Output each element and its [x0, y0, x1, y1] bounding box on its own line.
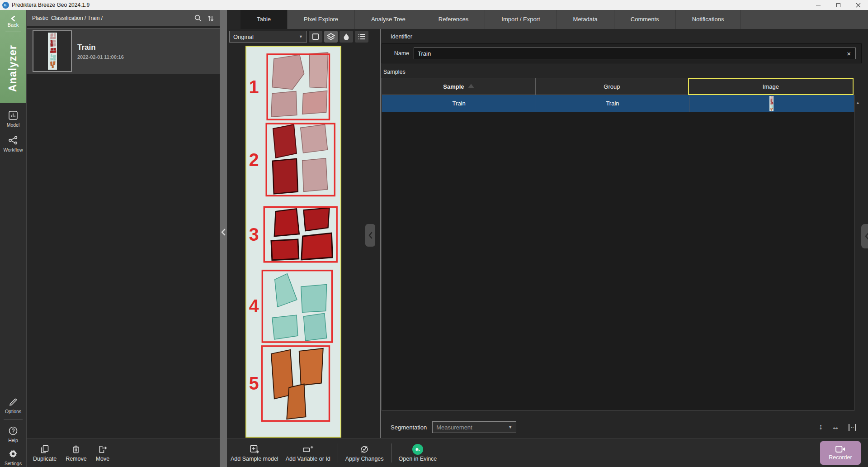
segmentation-select[interactable]: Measurement ▼: [432, 421, 516, 433]
clear-icon[interactable]: ×: [842, 50, 855, 57]
divider: [391, 443, 392, 462]
window-controls: [808, 0, 868, 10]
identifier-panel: Name Train ×: [382, 43, 862, 63]
resize-vertical-icon[interactable]: ↕: [819, 423, 823, 432]
file-item-title: Train: [77, 43, 124, 52]
column-header-group[interactable]: Group: [535, 78, 689, 95]
tab-analyse-tree[interactable]: Analyse Tree: [355, 10, 422, 29]
move-button[interactable]: Move: [96, 444, 110, 462]
help-circle-icon: [8, 425, 19, 436]
sidebar-item-options[interactable]: Options: [0, 396, 26, 414]
samples-table-header: Sample Group Image: [382, 78, 854, 95]
tab-import-export[interactable]: Import / Export: [485, 10, 557, 29]
tab-bar: Table Pixel Explore Analyse Tree Referen…: [227, 10, 868, 29]
add-sample-model-button[interactable]: Add Sample model: [231, 444, 278, 462]
add-sample-model-icon: [249, 444, 260, 455]
sidebar-item-settings[interactable]: Settings: [0, 448, 26, 466]
cell-group: Train: [536, 95, 689, 112]
apply-changes-label: Apply Changes: [345, 456, 384, 462]
sidebar-item-model[interactable]: Model: [0, 110, 26, 128]
tab-table[interactable]: Table: [241, 10, 288, 29]
sort-icon[interactable]: [207, 14, 214, 22]
chevron-down-icon: ▼: [299, 34, 303, 39]
hyperspectral-image[interactable]: 1 2 3 4 5: [245, 46, 341, 438]
region-number: 3: [249, 224, 259, 244]
sidebar-item-help[interactable]: Help: [0, 425, 26, 443]
divider: [338, 443, 338, 462]
title-bar: b. Prediktera Breeze Geo 2024.1.9: [0, 0, 868, 10]
list-icon: [358, 33, 366, 40]
tab-notifications[interactable]: Notifications: [676, 10, 741, 29]
gear-icon: [8, 448, 19, 459]
application-window: b. Prediktera Breeze Geo 2024.1.9 Back A…: [0, 0, 868, 467]
list-button[interactable]: [355, 31, 368, 43]
strip-thumbnail-image: [48, 33, 57, 70]
close-button[interactable]: [848, 0, 868, 10]
chevron-left-icon: [10, 15, 16, 22]
samples-table-empty-area: [382, 112, 854, 411]
tab-bar-filler: [741, 10, 868, 29]
resize-columns-icon[interactable]: ··: [849, 424, 856, 431]
collapse-viewer-handle[interactable]: [365, 224, 375, 247]
file-panel-header: Plastic_Classification / Train /: [27, 10, 220, 26]
add-variable-icon: [302, 444, 314, 455]
segmentation-row: Segmentation Measurement ▼ ↕ ↔ ··: [381, 416, 868, 438]
apply-changes-icon: [359, 444, 370, 455]
contrast-drop-button[interactable]: [340, 31, 353, 43]
tab-pixel-explore[interactable]: Pixel Explore: [288, 10, 355, 29]
layer-select-value: Original: [233, 33, 299, 40]
remove-button[interactable]: Remove: [66, 444, 87, 462]
region-number: 2: [249, 150, 259, 170]
name-input[interactable]: Train ×: [414, 48, 856, 59]
add-variable-button[interactable]: Add Variable or Id: [286, 444, 330, 462]
region-number: 1: [249, 76, 259, 96]
layers-icon: [326, 33, 335, 41]
model-chart-icon: [8, 110, 19, 121]
app-body: Back Analyzer Model Workflow: [0, 10, 868, 467]
sidebar-item-label: Model: [7, 122, 20, 128]
minimize-icon: [816, 5, 821, 5]
selection-square-button[interactable]: [309, 31, 322, 43]
column-header-image[interactable]: Image: [688, 78, 854, 95]
search-icon[interactable]: [194, 14, 202, 22]
viewer-toolbar: Original ▼: [229, 31, 368, 43]
file-toolbar: Duplicate Remove Move: [27, 438, 220, 467]
panel-splitter[interactable]: [220, 10, 227, 467]
remove-label: Remove: [66, 456, 87, 462]
file-item-timestamp: 2022-02-01 11:00:16: [77, 54, 124, 60]
scrollbar-up-icon[interactable]: ▲: [856, 100, 860, 105]
tab-metadata[interactable]: Metadata: [557, 10, 614, 29]
resize-horizontal-icon[interactable]: ↔: [832, 423, 840, 432]
recorder-label: Recorder: [829, 454, 852, 461]
sidebar-item-label: Settings: [5, 461, 22, 466]
minimize-button[interactable]: [808, 0, 828, 10]
breadcrumb: Plastic_Classification / Train /: [32, 15, 103, 21]
add-variable-label: Add Variable or Id: [286, 456, 330, 462]
recorder-button[interactable]: Recorder: [820, 441, 861, 465]
layers-button[interactable]: [324, 31, 338, 43]
tab-comments[interactable]: Comments: [614, 10, 676, 29]
sidebar-item-workflow[interactable]: Workflow: [0, 135, 26, 152]
region-number: 5: [249, 373, 259, 393]
layer-select[interactable]: Original ▼: [229, 31, 307, 43]
workflow-nodes-icon: [8, 135, 19, 146]
trash-icon: [71, 444, 81, 455]
detail-panel: Identifier Name Train × Samples Sample: [381, 29, 868, 438]
maximize-button[interactable]: [828, 0, 848, 10]
content-row: 1 2 3 4 5 Original ▼: [227, 29, 868, 438]
evince-icon: e.: [412, 444, 423, 455]
list-item-train[interactable]: Train 2022-02-01 11:00:16: [27, 28, 220, 74]
duplicate-label: Duplicate: [33, 456, 57, 462]
expand-right-panel-handle[interactable]: [861, 224, 868, 248]
tab-references[interactable]: References: [422, 10, 485, 29]
table-row[interactable]: Train Train: [382, 95, 854, 112]
maximize-icon: [836, 3, 840, 7]
back-panel[interactable]: Back Analyzer: [0, 10, 26, 103]
apply-changes-button[interactable]: Apply Changes: [345, 444, 384, 462]
duplicate-button[interactable]: Duplicate: [33, 444, 57, 462]
add-sample-model-label: Add Sample model: [231, 456, 278, 462]
open-in-evince-button[interactable]: e. Open in Evince: [399, 444, 437, 462]
sidebar-item-label: Workflow: [4, 147, 23, 152]
collapse-left-icon: [368, 232, 373, 239]
column-header-sample[interactable]: Sample: [382, 78, 536, 95]
